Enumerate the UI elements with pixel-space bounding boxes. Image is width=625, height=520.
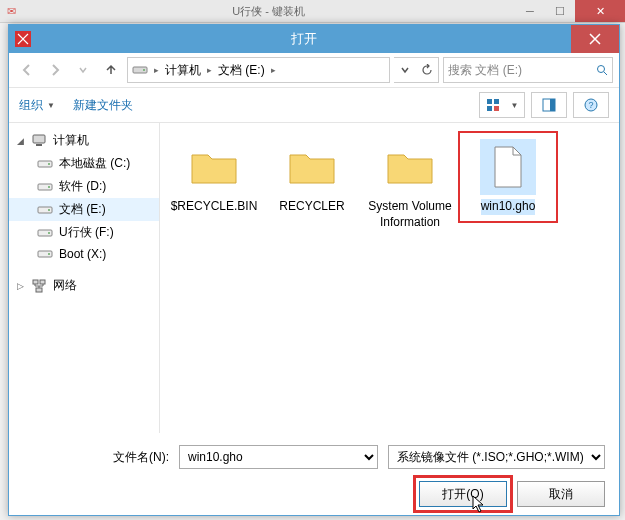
chevron-down-icon [401,66,409,74]
file-item-folder[interactable]: RECYCLER [266,135,358,219]
file-icon [491,145,525,189]
folder-icon [288,147,336,187]
drive-icon [37,203,53,217]
drive-icon [132,62,148,78]
dialog-footer: 文件名(N): win10.gho 系统镜像文件 (*.ISO;*.GHO;*.… [9,433,619,519]
drive-icon [37,247,53,261]
tree-twisty-icon[interactable]: ◢ [15,136,25,146]
file-list[interactable]: $RECYCLE.BIN RECYCLER System Volume Info… [160,123,619,433]
address-bar[interactable]: ▸ 计算机 ▸ 文档 (E:) ▸ [127,57,390,83]
folder-icon [190,147,238,187]
open-button[interactable]: 打开(O) [419,481,507,507]
search-icon [596,64,608,76]
tree-node-computer[interactable]: ◢ 计算机 [9,129,159,152]
svg-point-19 [48,209,50,211]
breadcrumb-segment[interactable]: 计算机 [165,62,201,79]
arrow-left-icon [20,63,34,77]
svg-text:?: ? [588,100,593,110]
bg-minimize-button[interactable]: ─ [515,0,545,22]
chevron-down-icon: ▼ [47,101,55,110]
tree-node-drive-f[interactable]: U行侠 (F:) [9,221,159,244]
help-icon: ? [584,98,598,112]
svg-rect-9 [550,99,555,111]
bg-close-button[interactable]: ✕ [575,0,625,22]
file-item-folder[interactable]: System Volume Information [364,135,456,234]
arrow-up-icon [104,63,118,77]
chevron-right-icon: ▸ [271,65,276,75]
search-placeholder: 搜索 文档 (E:) [448,62,590,79]
dialog-close-button[interactable] [571,25,619,53]
filename-input[interactable]: win10.gho [179,445,378,469]
drive-icon [37,157,53,171]
view-icons-icon [486,98,500,112]
nav-up-button[interactable] [99,58,123,82]
drive-icon [37,180,53,194]
folder-icon [386,147,434,187]
computer-icon [31,133,47,149]
svg-rect-5 [494,99,499,104]
bg-maximize-button[interactable]: ☐ [545,0,575,22]
organize-menu[interactable]: 组织 ▼ [19,97,55,114]
search-input[interactable]: 搜索 文档 (E:) [443,57,613,83]
cancel-button[interactable]: 取消 [517,481,605,507]
tree-node-drive-c[interactable]: 本地磁盘 (C:) [9,152,159,175]
tree-node-network[interactable]: ▷网络 [9,274,159,297]
svg-point-3 [598,66,605,73]
tree-twisty-icon[interactable]: ▷ [15,281,25,291]
command-bar: 组织 ▼ 新建文件夹 ▼ ? [9,88,619,123]
nav-recent-dropdown[interactable] [71,58,95,82]
preview-pane-button[interactable] [531,92,567,118]
open-file-dialog: 打开 ▸ 计算机 ▸ 文档 (E:) ▸ [8,24,620,516]
file-item-folder[interactable]: $RECYCLE.BIN [168,135,260,219]
refresh-icon [421,64,433,76]
svg-rect-12 [33,135,45,143]
navigation-bar: ▸ 计算机 ▸ 文档 (E:) ▸ 搜索 文档 (E:) [9,53,619,88]
svg-rect-13 [36,144,42,146]
tree-node-drive-d[interactable]: 软件 (D:) [9,175,159,198]
chevron-right-icon: ▸ [207,65,212,75]
bg-app-icon: ✉ [0,0,22,22]
address-refresh-button[interactable] [416,58,438,82]
svg-rect-25 [40,280,45,284]
network-icon [31,278,47,294]
new-folder-button[interactable]: 新建文件夹 [73,97,133,114]
preview-pane-icon [542,98,556,112]
close-icon [589,33,601,45]
background-window-titlebar: ✉ U行侠 - 键装机 ─ ☐ ✕ [0,0,625,23]
svg-rect-26 [36,288,42,292]
dialog-app-icon [9,25,37,53]
file-item-gho[interactable]: win10.gho [462,135,554,219]
bg-title: U行侠 - 键装机 [22,4,515,19]
address-dropdown-button[interactable] [394,58,416,82]
nav-back-button[interactable] [15,58,39,82]
chevron-down-icon: ▼ [511,101,519,110]
svg-rect-6 [487,106,492,111]
svg-rect-24 [33,280,38,284]
drive-icon [37,226,53,240]
breadcrumb-segment[interactable]: 文档 (E:) [218,62,265,79]
file-type-filter[interactable]: 系统镜像文件 (*.ISO;*.GHO;*.WIM) [388,445,605,469]
help-button[interactable]: ? [573,92,609,118]
tree-node-drive-e[interactable]: 文档 (E:) [9,198,159,221]
dialog-titlebar: 打开 [9,25,619,53]
svg-point-23 [48,253,50,255]
svg-point-2 [143,69,145,71]
svg-rect-4 [487,99,492,104]
svg-rect-7 [494,106,499,111]
svg-point-21 [48,232,50,234]
tree-node-drive-x[interactable]: Boot (X:) [9,244,159,264]
arrow-right-icon [48,63,62,77]
dialog-title: 打开 [37,30,571,48]
chevron-right-icon: ▸ [154,65,159,75]
chevron-down-icon [79,66,87,74]
nav-forward-button[interactable] [43,58,67,82]
svg-point-15 [48,163,50,165]
svg-point-17 [48,186,50,188]
navigation-tree[interactable]: ◢ 计算机 本地磁盘 (C:) 软件 (D:) 文档 (E:) U行侠 (F:)… [9,123,160,433]
view-mode-button[interactable]: ▼ [479,92,525,118]
filename-label: 文件名(N): [109,449,169,466]
